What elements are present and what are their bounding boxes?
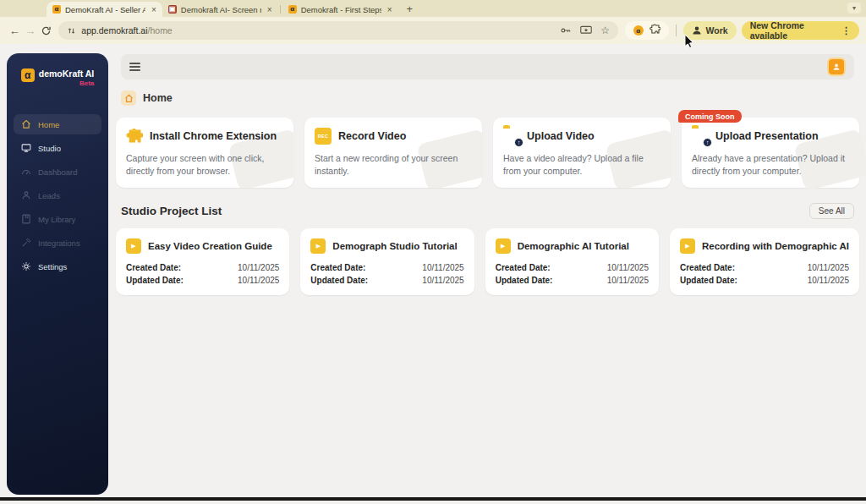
- card-title: Record Video: [338, 130, 406, 142]
- created-date-label: Created Date:: [680, 263, 735, 272]
- sidebar-item-label: Dashboard: [38, 167, 77, 177]
- reload-button[interactable]: [38, 25, 53, 36]
- updated-date-label: Updated Date:: [126, 276, 184, 285]
- play-icon: ▶: [126, 238, 141, 254]
- install-extension-card[interactable]: Install Chrome Extension Capture your sc…: [116, 118, 293, 188]
- tab-search-chevron-icon[interactable]: ▾: [847, 3, 861, 14]
- leads-icon: [21, 190, 31, 200]
- upload-icon: ↑: [503, 128, 520, 145]
- back-button[interactable]: ←: [7, 25, 22, 37]
- play-icon: ▶: [310, 238, 326, 254]
- card-title: Upload Video: [527, 130, 595, 142]
- project-card-grid: ▶ Easy Video Creation Guide Created Date…: [116, 228, 859, 295]
- card-description: Capture your screen with one click, dire…: [126, 152, 283, 178]
- project-title: Demograph Studio Tutorial: [332, 241, 457, 251]
- demokraft-favicon-icon: α: [52, 5, 61, 14]
- install-app-icon[interactable]: [580, 25, 592, 36]
- tab-close-icon[interactable]: ×: [387, 5, 392, 14]
- sidebar-item-home[interactable]: Home: [14, 114, 101, 134]
- extensions-pill: α: [625, 21, 669, 40]
- sidebar-item-dashboard: Dashboard: [14, 162, 101, 182]
- updated-date-label: Updated Date:: [680, 276, 737, 285]
- sidebar-item-label: My Library: [38, 215, 75, 224]
- record-video-card[interactable]: REC Record Video Start a new recording o…: [304, 118, 482, 188]
- tab-title: Demokraft - First Steps: [301, 5, 381, 14]
- browser-menu-kebab-icon[interactable]: ⋮: [841, 25, 851, 36]
- card-description: Have a video already? Upload a file from…: [503, 152, 660, 178]
- puzzle-icon: [126, 128, 143, 145]
- gear-icon: [21, 261, 31, 271]
- extensions-puzzle-icon[interactable]: [650, 23, 660, 38]
- tab-title: DemoKraft AI - Seller App | T: [65, 5, 145, 14]
- coming-soon-badge: Coming Soon: [678, 110, 742, 123]
- address-bar[interactable]: app.demokraft.ai/home ☆: [58, 21, 618, 40]
- see-all-button[interactable]: See All: [809, 203, 854, 219]
- main-content: Home Install Chrome Extension Capture yo…: [116, 44, 859, 295]
- updated-date-label: Updated Date:: [310, 276, 368, 285]
- sidebar-nav: Home Studio Dashboard Leads My Library I…: [14, 114, 101, 277]
- new-tab-button[interactable]: +: [407, 3, 414, 15]
- upload-presentation-card: Coming Soon ↑ Upload Presentation Alread…: [682, 118, 859, 188]
- updated-date-label: Updated Date:: [496, 276, 553, 285]
- sidebar-item-label: Integrations: [38, 238, 80, 248]
- created-date-value: 10/11/2025: [422, 263, 463, 272]
- forward-button[interactable]: →: [22, 25, 37, 37]
- hamburger-menu-icon[interactable]: [129, 63, 140, 71]
- demokraft-logo-icon: α: [21, 68, 35, 82]
- bookmark-star-icon[interactable]: ☆: [600, 25, 610, 36]
- profile-label: Work: [706, 25, 728, 36]
- rec-icon: REC: [315, 128, 332, 145]
- sidebar-item-integrations: Integrations: [14, 233, 101, 253]
- project-card[interactable]: ▶ Easy Video Creation Guide Created Date…: [116, 228, 289, 295]
- demokraft-favicon-icon: α: [288, 5, 297, 14]
- tab-separator: [280, 5, 281, 14]
- home-breadcrumb-icon: [121, 90, 136, 106]
- project-title: Easy Video Creation Guide: [148, 241, 272, 251]
- project-card[interactable]: ▶ Demographic AI Tutorial Created Date:1…: [485, 228, 659, 295]
- breadcrumb: Home: [121, 90, 854, 106]
- card-title: Upload Presentation: [715, 130, 819, 142]
- dashboard-icon: [21, 167, 31, 177]
- window-bottom-edge: [0, 497, 866, 501]
- browser-toolbar: ← → app.demokraft.ai/home ☆ α Work New C…: [0, 17, 866, 44]
- project-title: Recording with Demographic AI: [702, 241, 849, 251]
- created-date-label: Created Date:: [126, 263, 181, 272]
- card-title: Install Chrome Extension: [150, 130, 277, 142]
- sidebar-item-settings[interactable]: Settings: [14, 256, 101, 277]
- url-text: app.demokraft.ai/home: [81, 25, 172, 36]
- password-manager-icon[interactable]: [560, 25, 572, 36]
- site-info-icon[interactable]: [67, 26, 76, 36]
- section-title: Studio Project List: [121, 205, 222, 217]
- app-topbar: [121, 54, 854, 79]
- project-card[interactable]: ▶ Demograph Studio Tutorial Created Date…: [300, 228, 474, 295]
- upload-video-card[interactable]: ↑ Upload Video Have a video already? Upl…: [493, 118, 671, 188]
- update-label: New Chrome available: [750, 20, 836, 41]
- sidebar-item-leads: Leads: [14, 185, 101, 205]
- sidebar-item-studio[interactable]: Studio: [14, 138, 101, 158]
- sidebar: α demoKraft AI Beta Home Studio Dashboar…: [7, 53, 108, 495]
- tab-screen-recording[interactable]: ▣ Demokraft AI- Screen recordi ×: [162, 2, 278, 17]
- created-date-value: 10/11/2025: [808, 263, 849, 272]
- chrome-update-button[interactable]: New Chrome available ⋮: [742, 21, 859, 40]
- user-avatar[interactable]: [827, 58, 846, 76]
- project-card[interactable]: ▶ Recording with Demographic AI Created …: [670, 228, 859, 295]
- created-date-value: 10/11/2025: [238, 263, 279, 272]
- home-icon: [21, 119, 31, 129]
- tab-close-icon[interactable]: ×: [267, 5, 272, 14]
- url-path: /home: [148, 25, 173, 36]
- updated-date-value: 10/11/2025: [422, 276, 463, 285]
- logo-text: demoKraft AI: [39, 68, 95, 79]
- tab-title: Demokraft AI- Screen recordi: [181, 5, 261, 14]
- browser-tab-strip: α DemoKraft AI - Seller App | T × ▣ Demo…: [0, 0, 866, 17]
- sidebar-item-my-library: My Library: [14, 209, 101, 229]
- play-icon: ▶: [680, 238, 695, 254]
- tab-close-icon[interactable]: ×: [151, 5, 156, 14]
- tab-first-steps[interactable]: α Demokraft - First Steps ×: [282, 2, 398, 17]
- card-description: Start a new recording of your screen ins…: [315, 152, 472, 178]
- page-title: Home: [143, 92, 173, 104]
- updated-date-value: 10/11/2025: [808, 276, 849, 285]
- library-icon: [21, 214, 31, 224]
- upload-icon: ↑: [692, 128, 709, 145]
- demokraft-extension-icon[interactable]: α: [633, 25, 644, 36]
- tab-demokraft-seller-app[interactable]: α DemoKraft AI - Seller App | T ×: [47, 2, 162, 17]
